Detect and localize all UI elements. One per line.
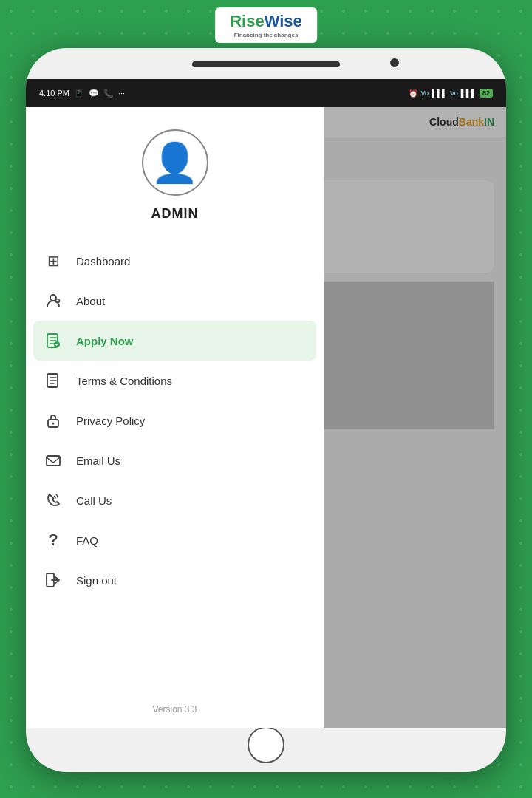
- dashboard-icon: ⊞: [44, 251, 63, 270]
- menu-item-signout[interactable]: Sign out: [26, 560, 324, 600]
- signal-icon: ▌▌▌: [432, 89, 447, 98]
- menu-item-about[interactable]: About: [26, 281, 324, 321]
- menu-label-privacy: Privacy Policy: [76, 415, 145, 427]
- menu-item-dashboard[interactable]: ⊞ Dashboard: [26, 241, 324, 281]
- menu-label-faq: FAQ: [76, 534, 98, 547]
- privacy-icon: [44, 411, 63, 430]
- menu-label-apply-now: Apply Now: [76, 335, 134, 347]
- side-drawer: 👤 ADMIN ⊞ Dashboard: [26, 107, 324, 728]
- lte-icon: Vo: [420, 89, 429, 97]
- phone-notch: [192, 61, 340, 67]
- about-icon: [44, 291, 63, 310]
- home-button[interactable]: [248, 726, 284, 763]
- call-us-icon: [44, 491, 63, 510]
- username-label: ADMIN: [151, 206, 199, 222]
- app-logo: RiseWise Financing the changes: [215, 7, 317, 43]
- menu-label-email: Email Us: [76, 454, 120, 467]
- menu-item-apply-now[interactable]: Apply Now: [33, 321, 316, 361]
- lte2-icon: Vo: [450, 89, 458, 97]
- profile-section: 👤 ADMIN: [26, 107, 324, 236]
- logo-wise: Wise: [265, 12, 302, 30]
- svg-point-6: [52, 423, 55, 425]
- call-icon: 📞: [103, 89, 114, 98]
- logo-tagline: Financing the changes: [230, 32, 302, 38]
- screen: CloudBankIN product vehicle 🚗 👤 ADM: [26, 107, 506, 728]
- status-left: 4:10 PM 📱 💬 📞 ···: [39, 89, 125, 98]
- svg-point-0: [50, 295, 56, 301]
- menu-label-terms: Terms & Conditions: [76, 375, 172, 387]
- menu-list: ⊞ Dashboard About: [26, 236, 324, 698]
- svg-point-1: [56, 299, 60, 303]
- menu-item-terms[interactable]: Terms & Conditions: [26, 361, 324, 400]
- menu-label-about: About: [76, 295, 105, 307]
- menu-label-signout: Sign out: [76, 574, 117, 587]
- faq-icon: ?: [44, 531, 63, 550]
- more-icon: ···: [118, 89, 125, 98]
- alarm-icon: ⏰: [409, 89, 417, 98]
- avatar-icon: 👤: [151, 143, 199, 182]
- status-bar: 4:10 PM 📱 💬 📞 ··· ⏰ Vo ▌▌▌ Vo ▌▌▌ 82: [26, 79, 506, 107]
- status-right: ⏰ Vo ▌▌▌ Vo ▌▌▌ 82: [409, 89, 493, 98]
- apply-now-icon: [44, 331, 63, 350]
- svg-rect-7: [47, 456, 60, 466]
- phone-camera: [390, 58, 399, 67]
- menu-item-email[interactable]: Email Us: [26, 440, 324, 480]
- signout-icon: [44, 570, 63, 590]
- menu-label-dashboard: Dashboard: [76, 255, 130, 267]
- menu-item-privacy[interactable]: Privacy Policy: [26, 400, 324, 440]
- whatsapp-icon: 📱: [74, 89, 84, 98]
- menu-label-call: Call Us: [76, 494, 112, 507]
- message-icon: 💬: [89, 89, 99, 98]
- logo-rise: Rise: [230, 12, 264, 30]
- phone-frame: 4:10 PM 📱 💬 📞 ··· ⏰ Vo ▌▌▌ Vo ▌▌▌ 82 Clo…: [26, 48, 506, 772]
- avatar: 👤: [142, 129, 208, 196]
- email-icon: [44, 451, 63, 470]
- battery-indicator: 82: [480, 89, 493, 98]
- status-time: 4:10 PM: [39, 89, 69, 98]
- menu-item-faq[interactable]: ? FAQ: [26, 520, 324, 560]
- version-text: Version 3.3: [26, 698, 324, 720]
- terms-icon: [44, 371, 63, 390]
- signal2-icon: ▌▌▌: [461, 89, 477, 98]
- menu-item-call[interactable]: Call Us: [26, 480, 324, 520]
